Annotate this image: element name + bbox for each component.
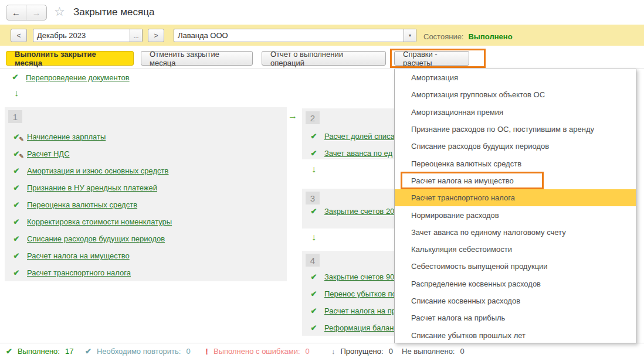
status-done-value: 17 [65,347,73,356]
operation-link[interactable]: Переоценка валютных средств [27,200,137,209]
forward-arrow-icon: → [32,8,41,18]
menu-item-amortization-premium[interactable]: Амортизационная премия [395,104,636,121]
state-label: Состояние: [423,32,463,41]
operation-link[interactable]: Расчет налога на пр [324,306,396,315]
forward-button[interactable]: → [26,5,46,20]
status-errors-value: 0 [306,347,310,356]
reposting-row: ✔ Перепроведение документов [11,73,130,82]
cancel-month-closing-button[interactable]: Отменить закрытие месяца [141,51,253,66]
check-icon: ✔ [11,73,20,82]
status-skipped-label: Пропущено: [341,347,384,356]
operation-link[interactable]: Признание в НУ арендных платежей [27,183,157,192]
stage-1-number: 1 [8,110,22,123]
reposting-link[interactable]: Перепроведение документов [26,73,130,82]
status-done-label: Выполнено: [18,347,60,356]
back-button[interactable]: ← [6,5,26,20]
check-icon: ✔ [12,268,21,278]
check-icon: ✔ [309,323,318,333]
run-month-closing-button[interactable]: Выполнить закрытие месяца [6,51,134,66]
operation-row: ✔Расчет налога на имущество [5,247,287,264]
menu-item-cost-calculation[interactable]: Калькуляция себестоимости [395,241,636,258]
stage-3-number: 3 [306,192,320,204]
operation-row: ✔Переоценка валютных средств [5,196,287,213]
menu-item-group-os-amortization[interactable]: Амортизация групповых объектов ОС [395,86,636,103]
operations-report-button[interactable]: Отчет о выполнении операций [262,51,386,66]
references-calculations-button[interactable]: Справки - расчеты [394,51,469,66]
operation-link[interactable]: Списание расходов будущих периодов [27,234,165,243]
operation-link[interactable]: Закрытие счетов 90 [324,272,394,281]
status-skipped: ↓ Пропущено: 0 [331,343,393,358]
operation-link[interactable]: Расчет транспортного налога [27,268,131,277]
status-not-done: Не выполнено: 0 [402,343,465,358]
references-calculations-menu: Амортизация Амортизация групповых объект… [394,69,636,343]
period-value[interactable]: Декабрь 2023 [33,29,130,42]
status-errors: ! Выполнено с ошибками: 0 [205,343,310,358]
operation-link[interactable]: Зачет аванса по ед [324,149,392,158]
status-skipped-value: 0 [389,347,393,356]
operation-link[interactable]: Перенос убытков по [324,289,396,298]
window-header: ← → ☆ Закрытие месяца [0,0,644,25]
status-bar: ✔ Выполнено: 17 ✔ Необходимо повторить: … [0,343,644,358]
check-icon: ✔ [309,132,318,141]
menu-item-past-losses[interactable]: Списание убытков прошлых лет [395,326,636,343]
stage-2-number: 2 [306,111,320,124]
operation-link[interactable]: Амортизация и износ основных средств [27,166,168,175]
check-icon: ✔ [85,347,91,356]
menu-item-single-tax-advance[interactable]: Зачет аванса по единому налоговому счету [395,224,636,241]
operation-link[interactable]: Корректировка стоимости номенклатуры [27,217,172,226]
menu-item-indirect-writeoff[interactable]: Списание косвенных расходов [395,292,636,309]
check-icon: ✔ [12,200,21,210]
menu-item-transport-tax[interactable]: Расчет транспортного налога [395,189,636,206]
check-pencil-icon: ✔✎ [12,132,21,142]
operation-link[interactable]: Начисление зарплаты [27,132,106,141]
back-arrow-icon: ← [12,8,21,18]
status-done: ✔ Выполнено: 17 [6,343,73,358]
menu-item-expense-rationing[interactable]: Нормирование расходов [395,206,636,223]
menu-item-deferred-expenses[interactable]: Списание расходов будущих периодов [395,138,636,155]
status-not-done-label: Не выполнено: [402,347,455,356]
actions-toolbar: Выполнить закрытие месяца Отменить закры… [0,46,644,69]
page-title: Закрытие месяца [73,6,154,18]
menu-item-indirect-distribution[interactable]: Распределение косвенных расходов [395,275,636,292]
menu-item-currency-revaluation[interactable]: Переоценка валютных средств [395,155,636,172]
status-errors-label: Выполнено с ошибками: [213,347,300,356]
check-icon: ✔ [12,166,21,176]
arrow-down-icon: ↓ [311,164,316,175]
favorite-star-icon[interactable]: ☆ [54,5,65,19]
check-icon: ✔ [309,272,318,282]
check-icon: ✔ [309,149,318,158]
arrow-down-icon: ↓ [331,347,335,356]
operation-link[interactable]: Закрытие счетов 20 [324,207,394,216]
operation-link[interactable]: Реформация баланс [324,323,398,332]
menu-item-property-tax[interactable]: Расчет налога на имущество [395,172,636,189]
period-panel: < Декабрь 2023 ... > Лаванда ООО ▼ Состо… [0,25,644,46]
menu-item-lease-os-expenses[interactable]: Признание расходов по ОС, поступившим в … [395,121,636,138]
period-field[interactable]: Декабрь 2023 ... [33,29,143,42]
month-closing-window: ← → ☆ Закрытие месяца < Декабрь 2023 ...… [0,0,644,358]
organization-combo[interactable]: Лаванда ООО ▼ [174,29,416,42]
menu-item-amortization[interactable]: Амортизация [395,69,636,86]
next-period-button[interactable]: > [148,29,164,42]
operation-row: ✔Признание в НУ арендных платежей [5,179,287,196]
arrow-down-icon: ↓ [14,88,19,98]
closing-state: Состояние:Выполнено [423,32,513,41]
stage-4-number: 4 [306,254,320,267]
check-icon: ✔ [12,251,21,261]
menu-item-output-cost[interactable]: Себестоимость выпущеной продукции [395,258,636,275]
organization-value[interactable]: Лаванда ООО [174,29,404,42]
organization-dropdown-button[interactable]: ▼ [404,29,416,42]
menu-item-income-tax[interactable]: Расчет налога на прибыль [395,309,636,326]
operation-row: ✔Корректировка стоимости номенклатуры [5,213,287,230]
exclamation-icon: ! [205,346,208,356]
period-picker-button[interactable]: ... [130,29,142,42]
check-icon: ✔ [309,306,318,316]
prev-period-button[interactable]: < [11,29,27,42]
status-repeat: ✔ Необходимо повторить: 0 [85,343,191,358]
check-icon: ✔ [12,234,21,244]
operation-link[interactable]: Расчет НДС [27,149,70,158]
operation-link[interactable]: Расчет долей списа [324,132,395,141]
stage-1-block: 1 ✔✎Начисление зарплаты ✔✎Расчет НДС ✔Ам… [5,107,287,281]
arrow-right-icon: → [288,111,297,121]
operation-link[interactable]: Расчет налога на имущество [27,251,130,260]
operation-row: ✔Списание расходов будущих периодов [5,230,287,247]
